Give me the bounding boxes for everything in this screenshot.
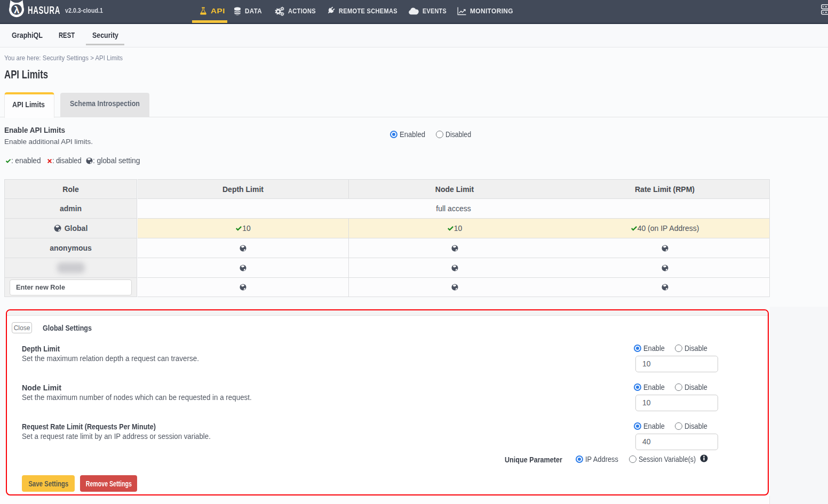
- svg-text:λ: λ: [14, 4, 20, 15]
